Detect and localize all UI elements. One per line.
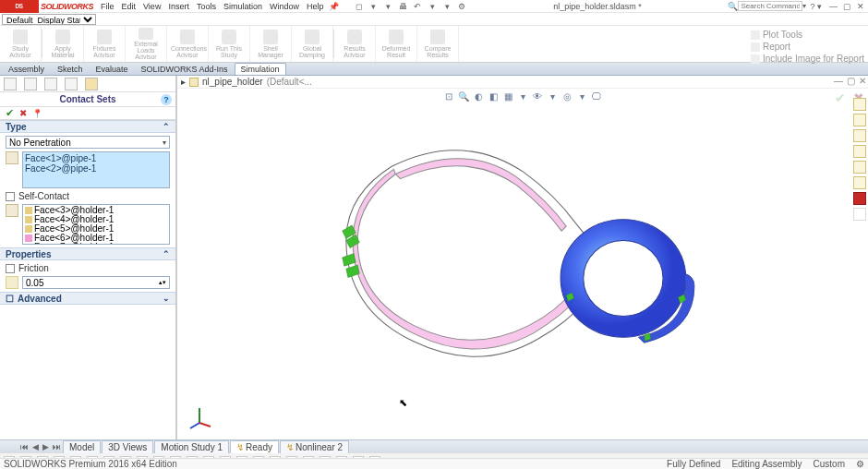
print-icon[interactable]: 🖶 [398,2,407,11]
report-label[interactable]: Report [763,42,790,52]
tab-nav-last-icon[interactable]: ⏭ [51,442,63,451]
ribbon-connections[interactable]: Connections Advisor [167,26,209,62]
ribbon-external-loads[interactable]: External Loads Advisor [126,26,167,62]
section-properties-body: Friction 0.05▴▾ [0,260,175,292]
contact-type-select[interactable]: No Penetration▾ [6,136,170,149]
appearance-icon[interactable] [85,78,98,90]
rebuild-icon[interactable]: ▾ [442,2,452,11]
status-mode: Editing Assembly [731,459,802,469]
menu-window[interactable]: Window [270,2,299,11]
vp-close-icon[interactable]: ✕ [859,76,866,86]
chevron-down-icon: ⌄ [163,294,170,303]
shell-icon [263,30,278,44]
feature-tree-icon[interactable] [4,78,17,90]
expand-icon[interactable]: ▸ [181,77,186,87]
set1-icon[interactable] [6,151,18,164]
help-icon[interactable]: ? ▾ [810,2,822,11]
new-icon[interactable]: ◻ [354,2,363,11]
spinner-icon[interactable]: ▴▾ [159,279,166,286]
dropdown-icon: ▾ [163,138,166,147]
menu-view[interactable]: View [143,2,161,11]
color-swatch [25,234,32,242]
ribbon-damping[interactable]: Global Damping [292,26,333,62]
help-circle-icon[interactable]: ? [161,94,172,105]
property-icon[interactable] [24,78,37,90]
breadcrumb-config: (Default<... [267,77,312,87]
ribbon-fixtures[interactable]: Fixtures Advisor [84,26,126,62]
results-icon [347,30,362,44]
tab-evaluate[interactable]: Evaluate [90,63,135,75]
tab-sketch[interactable]: Sketch [51,63,90,75]
plot-tools-label[interactable]: Plot Tools [763,30,802,40]
vp-minimize-icon[interactable]: — [834,76,843,86]
ribbon-deformed[interactable]: Deformed Result [376,26,417,62]
maximize-icon[interactable]: ▢ [843,2,851,11]
ribbon-shell[interactable]: Shell Manager [250,26,292,62]
tab-simulation[interactable]: Simulation [235,63,286,75]
self-contact-checkbox[interactable] [6,192,15,201]
undo-icon[interactable]: ↶ [413,2,422,11]
svg-point-1 [584,240,663,316]
tab-3dviews[interactable]: 3D Views [102,440,153,453]
color-swatch [25,207,32,214]
view-triad[interactable] [187,404,212,430]
display-state-select[interactable]: Default_Display State-1 [2,14,96,25]
redo-icon[interactable]: ▾ [428,2,437,11]
tab-addins[interactable]: SOLIDWORKS Add-Ins [135,63,235,75]
minimize-icon[interactable]: — [829,2,838,11]
set1-list[interactable]: Face<1>@pipe-1 Face<2>@pipe-1 [22,151,170,188]
ribbon-results-advisor[interactable]: Results Advisor [334,26,376,62]
menu-pin-icon[interactable]: 📌 [329,2,339,11]
menu-insert[interactable]: Insert [168,2,189,11]
report-icon[interactable] [751,42,760,52]
tab-assembly[interactable]: Assembly [2,63,51,75]
dimx-icon[interactable] [65,78,78,90]
vp-maximize-icon[interactable]: ▢ [847,76,855,86]
logo-ds: DS [16,3,23,9]
ribbon-study-advisor[interactable]: Study Advisor [0,26,42,62]
friction-value-input[interactable]: 0.05▴▾ [22,276,170,289]
open-icon[interactable]: ▾ [368,2,378,11]
menu-help[interactable]: Help [307,2,324,11]
search-icon[interactable]: 🔍 [728,2,738,11]
close-icon[interactable]: ✕ [857,2,864,11]
section-advanced-header[interactable]: ☐Advanced⌄ [0,292,175,305]
set2-list[interactable]: Face<3>@holder-1 Face<4>@holder-1 Face<5… [22,204,170,245]
ribbon-run-study[interactable]: Run This Study [209,26,250,62]
graphics-viewport[interactable]: ▸ nl_pipe_holder (Default<... — ▢ ✕ ⊡ 🔍 … [177,76,868,439]
status-gear-icon[interactable]: ⚙ [856,459,864,469]
list-item[interactable]: Face<1>@pipe-1 [25,153,167,163]
ribbon-apply-material[interactable]: Apply Material [42,26,84,62]
cancel-icon[interactable]: ✖ [19,108,27,118]
set2-icon[interactable] [6,204,18,217]
ribbon-compare[interactable]: Compare Results [417,26,459,62]
options-icon[interactable]: ⚙ [457,2,466,11]
ok-icon[interactable]: ✔ [6,107,14,119]
pushpin-icon[interactable]: 📍 [32,109,42,118]
friction-checkbox[interactable] [6,264,15,273]
status-custom[interactable]: Custom [814,459,845,469]
tab-nav-prev-icon[interactable]: ◀ [30,442,41,451]
include-image-icon[interactable] [751,54,760,64]
tab-nav-next-icon[interactable]: ▶ [41,442,51,451]
include-image-label[interactable]: Include Image for Report [763,54,864,64]
model-render [177,89,868,449]
tab-model[interactable]: Model [63,440,101,453]
save-icon[interactable]: ▾ [383,2,392,11]
section-type-header[interactable]: Type⌃ [0,120,175,133]
search-input[interactable] [738,1,802,11]
svg-line-3 [199,423,211,427]
search-dropdown-icon[interactable]: ▾ [802,2,806,10]
section-properties-header[interactable]: Properties⌃ [0,247,175,260]
breadcrumb-part[interactable]: nl_pipe_holder [202,77,263,87]
menu-simulation[interactable]: Simulation [223,2,262,11]
menu-file[interactable]: File [101,2,115,11]
menu-tools[interactable]: Tools [197,2,216,11]
plot-tools-icon[interactable] [751,30,760,40]
list-item[interactable]: Face<7>@holder-1 [25,243,167,245]
config-icon[interactable] [44,78,57,90]
main-area: Contact Sets ? ✔ ✖ 📍 Type⌃ No Penetratio… [0,76,868,439]
tab-nav-first-icon[interactable]: ⏮ [18,442,30,451]
menu-edit[interactable]: Edit [122,2,137,11]
list-item[interactable]: Face<2>@pipe-1 [25,163,167,174]
